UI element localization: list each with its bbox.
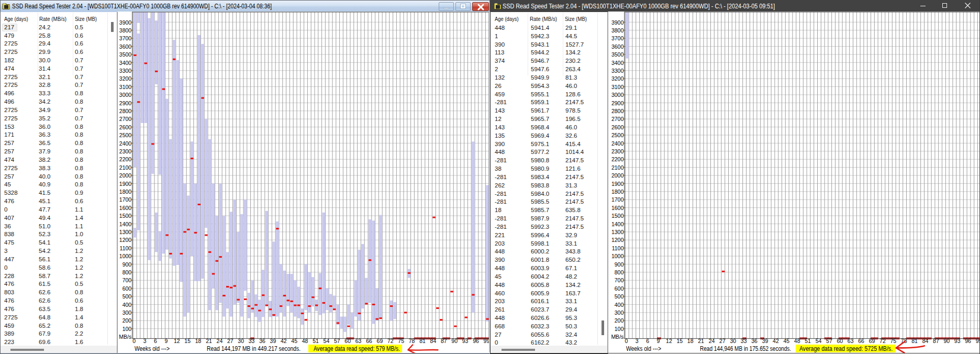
svg-text:33: 33: [249, 338, 255, 344]
svg-text:69: 69: [377, 338, 383, 344]
svg-text:30: 30: [730, 338, 736, 344]
svg-text:72: 72: [879, 338, 886, 344]
svg-text:500: 500: [615, 293, 624, 300]
svg-text:1400: 1400: [119, 221, 132, 227]
svg-text:2100: 2100: [611, 164, 624, 171]
svg-text:2400: 2400: [611, 140, 624, 147]
svg-text:3: 3: [143, 338, 147, 344]
svg-text:60: 60: [837, 338, 843, 344]
svg-text:400: 400: [122, 302, 132, 308]
svg-text:1000: 1000: [119, 253, 132, 259]
svg-text:2300: 2300: [119, 148, 132, 154]
svg-text:36: 36: [751, 338, 758, 344]
svg-text:12: 12: [174, 338, 180, 344]
svg-text:2700: 2700: [119, 116, 132, 122]
svg-text:1000: 1000: [611, 253, 624, 259]
svg-text:39: 39: [270, 338, 276, 344]
svg-text:3500: 3500: [611, 51, 624, 58]
svg-text:60: 60: [344, 338, 351, 344]
svg-text:3200: 3200: [119, 75, 132, 82]
svg-text:3000: 3000: [611, 92, 624, 98]
svg-text:900: 900: [615, 261, 624, 268]
svg-text:2900: 2900: [119, 100, 132, 106]
svg-text:42: 42: [281, 338, 287, 344]
svg-text:63: 63: [848, 338, 854, 344]
svg-text:12: 12: [666, 338, 672, 344]
svg-text:3100: 3100: [611, 84, 624, 90]
svg-text:51: 51: [805, 338, 811, 344]
svg-text:63: 63: [355, 338, 362, 344]
svg-text:1800: 1800: [611, 189, 624, 195]
svg-text:57: 57: [334, 338, 340, 344]
svg-text:24: 24: [217, 338, 223, 344]
svg-text:90: 90: [451, 338, 458, 344]
svg-text:27: 27: [719, 338, 726, 344]
svg-text:400: 400: [615, 302, 624, 308]
svg-text:90: 90: [943, 338, 950, 344]
svg-text:21: 21: [698, 338, 704, 344]
svg-text:93: 93: [462, 338, 469, 344]
svg-text:1600: 1600: [119, 205, 132, 211]
svg-text:9: 9: [164, 338, 168, 344]
svg-text:3100: 3100: [119, 84, 132, 90]
svg-text:2700: 2700: [611, 116, 624, 122]
svg-text:1300: 1300: [611, 229, 624, 235]
svg-text:1500: 1500: [611, 213, 624, 219]
svg-text:3500: 3500: [119, 51, 132, 58]
svg-text:39: 39: [762, 338, 769, 344]
svg-text:2600: 2600: [611, 124, 624, 130]
svg-text:45: 45: [291, 338, 297, 344]
svg-text:3600: 3600: [611, 43, 624, 50]
svg-text:75: 75: [398, 338, 404, 344]
svg-text:100: 100: [615, 326, 624, 332]
svg-text:3000: 3000: [119, 92, 132, 98]
svg-text:800: 800: [615, 269, 624, 275]
svg-text:42: 42: [773, 338, 779, 344]
svg-text:2600: 2600: [119, 124, 132, 130]
svg-text:54: 54: [816, 338, 822, 344]
svg-text:600: 600: [122, 285, 132, 292]
svg-text:200: 200: [122, 317, 132, 324]
svg-text:66: 66: [858, 338, 864, 344]
svg-text:1200: 1200: [611, 237, 624, 243]
svg-text:96: 96: [473, 338, 479, 344]
svg-text:700: 700: [122, 277, 132, 283]
svg-text:1700: 1700: [611, 196, 624, 203]
svg-text:1700: 1700: [119, 196, 132, 203]
svg-text:MB/s: MB/s: [119, 334, 131, 340]
svg-text:1400: 1400: [611, 221, 624, 227]
svg-text:15: 15: [676, 338, 683, 344]
svg-text:2200: 2200: [611, 156, 624, 162]
svg-text:1100: 1100: [120, 245, 132, 251]
svg-text:93: 93: [954, 338, 961, 344]
svg-text:24: 24: [709, 338, 715, 344]
svg-text:18: 18: [195, 338, 202, 344]
svg-text:3800: 3800: [119, 27, 132, 34]
svg-text:51: 51: [313, 338, 319, 344]
svg-text:69: 69: [869, 338, 875, 344]
svg-text:900: 900: [122, 261, 132, 268]
svg-text:3800: 3800: [611, 27, 624, 34]
svg-text:100: 100: [122, 326, 132, 332]
svg-text:87: 87: [933, 338, 939, 344]
svg-text:3700: 3700: [119, 35, 132, 41]
svg-text:2200: 2200: [119, 156, 132, 162]
svg-text:800: 800: [122, 269, 132, 275]
svg-text:3200: 3200: [611, 75, 624, 82]
svg-text:36: 36: [259, 338, 265, 344]
svg-text:2900: 2900: [611, 100, 624, 106]
svg-text:300: 300: [122, 309, 132, 316]
svg-text:72: 72: [387, 338, 394, 344]
svg-text:2500: 2500: [611, 132, 624, 138]
svg-text:15: 15: [184, 338, 191, 344]
svg-text:54: 54: [324, 338, 330, 344]
svg-text:87: 87: [441, 338, 447, 344]
svg-text:45: 45: [783, 338, 789, 344]
svg-text:2500: 2500: [119, 132, 132, 138]
svg-text:0: 0: [625, 338, 628, 344]
svg-text:1900: 1900: [611, 181, 624, 187]
svg-text:3400: 3400: [611, 60, 624, 66]
svg-text:1800: 1800: [119, 189, 132, 195]
svg-text:3: 3: [636, 338, 639, 344]
svg-text:0: 0: [132, 338, 136, 344]
